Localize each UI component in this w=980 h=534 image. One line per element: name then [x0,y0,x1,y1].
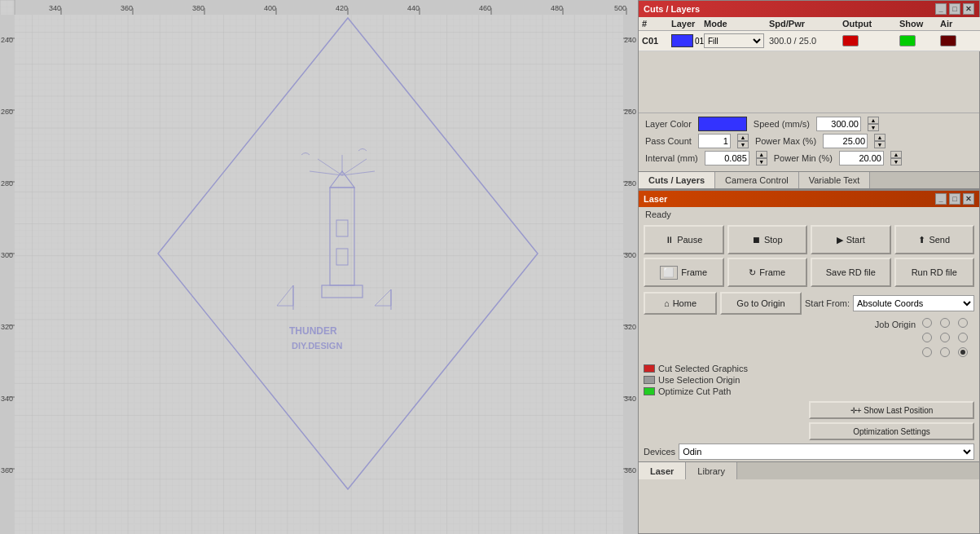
laser-minimize-button[interactable]: _ [935,193,947,205]
tab-camera-control[interactable]: Camera Control [715,172,799,188]
run-rd-file-button[interactable]: Run RD file [894,258,975,287]
power-max-spinner[interactable]: ▲ ▼ [874,134,886,148]
svg-text:360: 360 [624,466,636,474]
stop-button[interactable]: ⏹ Stop [727,225,808,254]
go-to-origin-label: Go to Origin [736,298,784,308]
svg-text:500: 500 [614,4,626,12]
svg-text:DIY.DESIGN: DIY.DESIGN [292,341,342,351]
interval-label: Interval (mm) [645,153,698,163]
optimization-settings-button[interactable]: Optimization Settings [809,422,974,440]
power-min-up[interactable]: ▲ [890,151,902,158]
send-label: Send [929,235,950,245]
spd-pwr-value: 300.0 / 25.0 [769,36,842,46]
interval-row: Interval (mm) ▲ ▼ Power Min (%) ▲ ▼ [645,151,973,165]
power-max-up[interactable]: ▲ [874,134,886,141]
power-max-input[interactable] [823,134,868,148]
svg-text:360: 360 [1,466,13,474]
power-min-spinner[interactable]: ▲ ▼ [890,151,902,165]
home-icon: ⌂ [664,298,670,308]
job-origin-tc[interactable] [940,318,950,328]
interval-up[interactable]: ▲ [756,151,767,158]
start-from-select[interactable]: Absolute Coords Current Position User Or… [853,295,974,311]
speed-down[interactable]: ▼ [868,124,879,131]
show-last-position-icon: ✛ [850,406,857,415]
job-origin-bl[interactable] [922,347,932,357]
start-from-label: Start From: [805,298,850,308]
maximize-button[interactable]: □ [949,3,960,15]
svg-text:260: 260 [624,108,636,116]
bottom-tab-laser[interactable]: Laser [639,462,686,479]
speed-input[interactable] [816,117,861,131]
pass-count-up[interactable]: ▲ [737,134,749,141]
use-selection-led[interactable] [644,376,655,384]
laser-panel: Laser _ □ ✕ Ready ⏸ Pause ⏹ Stop ▶ Start [638,190,980,534]
table-row[interactable]: C01 01 Fill Line Offset Fill 300.0 / 25.… [639,31,980,51]
tab-cuts-layers[interactable]: Cuts / Layers [639,172,715,188]
svg-text:340: 340 [1,395,13,403]
show-last-position-button[interactable]: ✛ + Show Last Position [809,401,974,419]
optimize-cut-led[interactable] [644,387,655,395]
canvas-area[interactable]: 340 360 380 400 420 440 460 480 500 240 … [0,0,638,534]
frame-button-2[interactable]: ↻ Frame [727,258,808,287]
power-max-down[interactable]: ▼ [874,141,886,148]
go-to-origin-button[interactable]: Go to Origin [720,292,802,315]
svg-text:420: 420 [336,4,348,12]
laser-maximize-button[interactable]: □ [949,193,960,205]
pass-count-input[interactable] [698,134,731,148]
svg-text:THUNDER: THUNDER [289,325,337,337]
svg-text:440: 440 [407,4,420,12]
right-panel: Cuts / Layers _ □ ✕ # Layer Mode Spd/Pwr… [638,0,980,534]
use-selection-label: Use Selection Origin [658,375,740,385]
layer-color-swatch-big[interactable] [698,117,747,131]
job-origin-ml[interactable] [922,333,932,342]
pass-count-down[interactable]: ▼ [737,141,749,148]
power-min-down[interactable]: ▼ [890,158,902,165]
col-air: Air [940,19,973,29]
close-button[interactable]: ✕ [963,3,974,15]
cut-selected-led[interactable] [644,364,655,373]
status-text: Ready [645,210,671,219]
air-led[interactable] [940,35,956,46]
job-origin-bc[interactable] [940,347,950,357]
power-min-input[interactable] [839,151,884,165]
checkboxes-section: Cut Selected Graphics Use Selection Orig… [639,362,979,399]
svg-text:340: 340 [624,395,636,403]
bottom-tab-library[interactable]: Library [686,462,737,479]
start-button[interactable]: ▶ Start [811,225,891,254]
layer-color-row: Layer Color Speed (mm/s) ▲ ▼ [645,117,973,131]
svg-text:480: 480 [551,4,563,12]
job-origin-tr[interactable] [958,318,968,328]
devices-select[interactable]: Odin [679,444,974,460]
laser-close-button[interactable]: ✕ [963,193,974,205]
job-origin-br[interactable] [958,347,968,357]
tab-variable-text[interactable]: Variable Text [799,172,871,188]
show-led-green[interactable] [899,35,916,46]
speed-spinner[interactable]: ▲ ▼ [868,117,879,131]
cut-selected-row: Cut Selected Graphics [644,364,974,373]
cuts-layers-title: Cuts / Layers [644,4,700,14]
pass-count-spinner[interactable]: ▲ ▼ [737,134,749,148]
pass-count-label: Pass Count [645,136,692,146]
pause-icon: ⏸ [665,235,674,245]
speed-up[interactable]: ▲ [868,117,879,124]
minimize-button[interactable]: _ [935,3,947,15]
job-origin-mc[interactable] [940,333,950,342]
output-led-red[interactable] [842,35,859,46]
start-icon: ▶ [837,235,843,245]
job-origin-grid [922,318,974,360]
pause-button[interactable]: ⏸ Pause [644,225,724,254]
layer-color-swatch[interactable] [671,34,693,47]
frame-button-1[interactable]: ⬜ Frame [644,258,724,287]
save-rd-file-button[interactable]: Save RD file [811,258,891,287]
origin-row: ⌂ Home Go to Origin Start From: Absolute… [639,290,979,316]
home-button[interactable]: ⌂ Home [644,292,717,315]
interval-input[interactable] [705,151,749,165]
send-button[interactable]: ⬆ Send [894,225,975,254]
interval-spinner[interactable]: ▲ ▼ [756,151,767,165]
laser-window-controls: _ □ ✕ [935,193,974,205]
mode-select[interactable]: Fill Line Offset Fill [704,33,764,48]
job-origin-label: Job Origin [875,318,916,329]
job-origin-tl[interactable] [922,318,932,328]
interval-down[interactable]: ▼ [756,158,767,165]
job-origin-mr[interactable] [958,333,968,342]
